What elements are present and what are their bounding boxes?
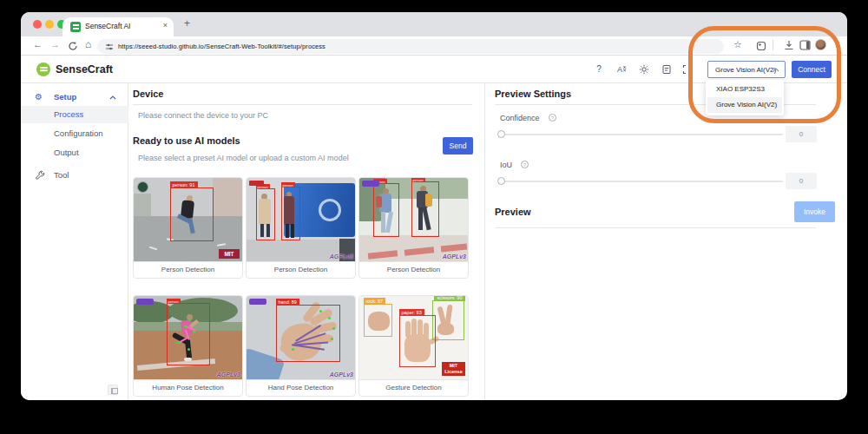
license-badge: AGPLv3 [217, 372, 240, 378]
side-panel-icon[interactable] [799, 40, 811, 50]
sidebar-item-label: Configuration [54, 125, 103, 142]
section-divider [495, 227, 816, 228]
section-divider [133, 104, 472, 105]
close-tab-icon[interactable]: × [163, 21, 168, 30]
license-badge: AGPLv3 [443, 253, 466, 260]
models-section-title: Ready to use AI models [133, 135, 240, 146]
detection-bbox: person [373, 183, 399, 237]
detection-label: paper: 93 [399, 309, 424, 316]
connect-button[interactable]: Connect [792, 61, 832, 78]
detection-bbox: hand: 89 [276, 305, 340, 362]
model-author-badge [137, 181, 148, 193]
confidence-slider[interactable] [500, 134, 783, 135]
detection-label: hand: 89 [276, 299, 299, 306]
model-card-caption: Person Detection [134, 261, 242, 278]
download-icon[interactable] [784, 40, 794, 51]
model-card-hand-pose[interactable]: hand: 89 AGPLv3 Hand Pose Detection [246, 295, 356, 397]
model-card-person-detection-3[interactable]: person person AGPLv3 Person Detection [358, 177, 469, 279]
confidence-label: Confidence [500, 114, 540, 122]
sidebar-group-label: Setup [54, 89, 76, 106]
model-card-caption: Human Pose Detection [134, 379, 242, 396]
extensions-icon[interactable] [756, 41, 766, 51]
dropdown-option-grove-vision-ai-v2[interactable]: Grove Vision AI(V2) [707, 97, 782, 113]
site-info-icon[interactable] [105, 43, 114, 51]
panel-divider [484, 83, 485, 400]
model-card-gesture[interactable]: rock: 87 scissors: 90 paper: 93 MIT Lice… [358, 295, 469, 397]
sidebar: ⚙ Setup Process Configuration Output Too… [21, 83, 128, 400]
model-preview-image: person: 91 MIT [134, 178, 242, 261]
sidebar-item-label: Output [54, 144, 79, 161]
dropdown-option-xiao-esp32s3[interactable]: XIAO ESP32S3 [707, 82, 782, 97]
iou-label: IoU [500, 161, 512, 169]
license-badge: AGPLv3 [330, 372, 353, 378]
chevron-up-icon [773, 68, 779, 72]
info-icon[interactable]: ? [549, 114, 556, 122]
new-tab-button[interactable]: + [184, 17, 190, 30]
log-icon[interactable] [661, 64, 672, 75]
sidebar-item-process[interactable]: Process [21, 106, 128, 123]
detection-bbox: person [281, 187, 300, 240]
model-card-person-detection-2[interactable]: person person AGPLv3 Person Detection [246, 177, 356, 279]
url-text: https://seeed-studio.github.io/SenseCraf… [118, 43, 326, 50]
detection-bbox: paper: 93 [399, 315, 436, 367]
tab-title: SenseCraft AI [85, 22, 130, 30]
sidebar-item-configuration[interactable]: Configuration [21, 125, 128, 142]
model-card-human-pose[interactable]: person AGPLv3 Human Pose Detection [133, 295, 243, 397]
device-hint: Please connect the device to your PC [138, 111, 268, 120]
sidebar-group-setup[interactable]: ⚙ Setup [21, 89, 128, 106]
send-button[interactable]: Send [443, 137, 473, 155]
license-badge: MIT [219, 249, 240, 259]
back-icon[interactable]: ← [33, 39, 43, 49]
model-preview-image: person person AGPLv3 [247, 178, 355, 261]
detection-label: person: 91 [170, 181, 198, 188]
sidebar-item-tool[interactable]: Tool [21, 167, 128, 184]
translate-icon[interactable]: A [616, 64, 627, 75]
detection-bbox: rock: 87 [364, 304, 392, 337]
profile-avatar[interactable] [815, 39, 826, 50]
browser-tab[interactable]: SenseCraft AI × [62, 17, 174, 36]
model-card-caption: Gesture Detection [359, 379, 468, 396]
sidebar-collapse-button[interactable] [108, 385, 118, 395]
device-select[interactable]: Grove Vision AI(V2) [707, 61, 786, 78]
model-preview-image: rock: 87 scissors: 90 paper: 93 MIT Lice… [359, 296, 468, 379]
iou-slider[interactable] [500, 181, 783, 182]
models-hint: Please select a preset AI model or uploa… [138, 154, 349, 162]
home-icon[interactable]: ⌂ [85, 38, 91, 50]
sidebar-item-label: Process [54, 106, 83, 123]
browser-menu-icon[interactable]: ⋮ [832, 39, 841, 49]
model-author-badge [362, 181, 379, 187]
sidebar-item-label: Tool [54, 167, 69, 184]
tab-strip: SenseCraft AI × + [21, 12, 847, 36]
confidence-slider-handle[interactable] [497, 130, 505, 138]
device-select-value: Grove Vision AI(V2) [715, 66, 776, 74]
fullscreen-icon[interactable] [682, 64, 693, 75]
confidence-value[interactable]: 0 [786, 126, 817, 142]
model-preview-image: person person AGPLv3 [359, 178, 468, 261]
detection-label: rock: 87 [364, 298, 386, 305]
forward-icon[interactable]: → [50, 39, 60, 49]
preview-title: Preview [495, 207, 531, 217]
detection-bbox: person: 91 [170, 187, 214, 241]
license-badge: MIT License [442, 362, 465, 376]
help-icon[interactable]: ? [594, 64, 604, 75]
theme-icon[interactable] [639, 64, 649, 75]
detection-label: scissors: 90 [434, 296, 464, 301]
bookmark-star-icon[interactable]: ☆ [733, 39, 742, 50]
model-author-badge [249, 181, 264, 186]
detection-label: person [411, 178, 425, 182]
model-card-caption: Hand Pose Detection [247, 379, 355, 396]
license-badge: AGPLv3 [330, 253, 353, 260]
minimize-window-button[interactable] [45, 20, 54, 29]
info-icon[interactable]: ? [521, 161, 529, 168]
model-author-badge [249, 299, 266, 305]
detection-bbox: person [167, 303, 210, 365]
reload-icon[interactable] [68, 41, 78, 51]
iou-slider-handle[interactable] [497, 177, 505, 185]
close-window-button[interactable] [33, 20, 42, 29]
iou-value[interactable]: 0 [786, 173, 817, 189]
invoke-button[interactable]: Invoke [794, 201, 835, 222]
url-bar[interactable]: https://seeed-studio.github.io/SenseCraf… [97, 39, 724, 54]
sidebar-item-output[interactable]: Output [21, 144, 128, 161]
model-card-caption: Person Detection [359, 261, 468, 278]
model-card-person-detection-1[interactable]: person: 91 MIT Person Detection [133, 177, 243, 279]
